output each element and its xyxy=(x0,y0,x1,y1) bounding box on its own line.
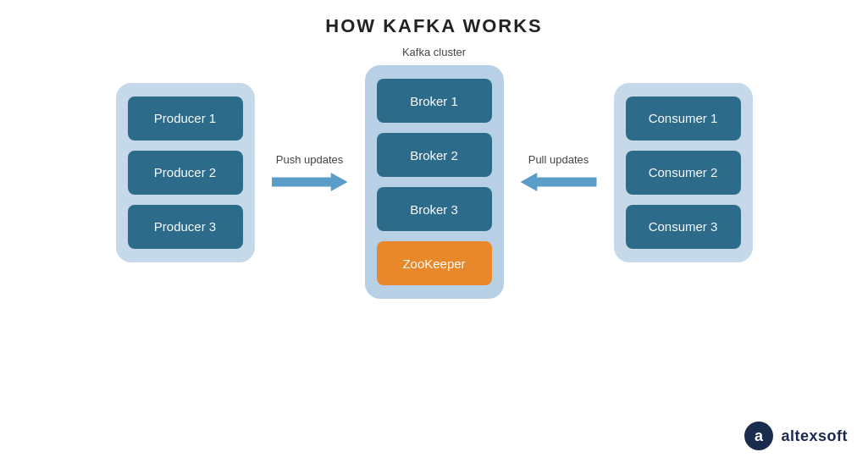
kafka-cluster-wrapper: Kafka cluster Broker 1 Broker 2 Broker 3… xyxy=(365,46,504,299)
diagram-area: Producer 1 Producer 2 Producer 3 Push up… xyxy=(0,46,868,299)
pull-arrow xyxy=(521,173,597,191)
altexsoft-logo-icon: a xyxy=(744,421,774,451)
broker-2-node: Broker 2 xyxy=(377,133,492,177)
push-arrow xyxy=(272,173,348,191)
zookeeper-node: ZooKeeper xyxy=(377,241,492,285)
consumer-1-node: Consumer 1 xyxy=(626,96,741,141)
push-arrow-shaft xyxy=(272,173,348,191)
svg-text:a: a xyxy=(755,427,764,444)
kafka-cluster-label: Kafka cluster xyxy=(402,46,466,58)
pull-arrow-shaft xyxy=(521,173,597,191)
broker-1-node: Broker 1 xyxy=(377,79,492,123)
consumer-2-node: Consumer 2 xyxy=(626,151,741,195)
producer-2-node: Producer 2 xyxy=(128,151,243,195)
consumer-3-node: Consumer 3 xyxy=(626,205,741,249)
producers-group: Producer 1 Producer 2 Producer 3 xyxy=(116,83,255,262)
pull-label: Pull updates xyxy=(528,153,589,166)
logo-area: a altexsoft xyxy=(744,421,848,451)
logo-text: altexsoft xyxy=(781,427,848,445)
push-arrow-area: Push updates xyxy=(255,153,365,191)
producer-3-node: Producer 3 xyxy=(128,205,243,249)
producer-1-node: Producer 1 xyxy=(128,96,243,141)
kafka-group-box: Broker 1 Broker 2 Broker 3 ZooKeeper xyxy=(365,65,504,299)
consumers-group: Consumer 1 Consumer 2 Consumer 3 xyxy=(614,83,753,262)
broker-3-node: Broker 3 xyxy=(377,187,492,231)
push-label: Push updates xyxy=(276,153,344,166)
page-title: HOW KAFKA WORKS xyxy=(0,0,868,37)
pull-arrow-area: Pull updates xyxy=(504,153,614,191)
